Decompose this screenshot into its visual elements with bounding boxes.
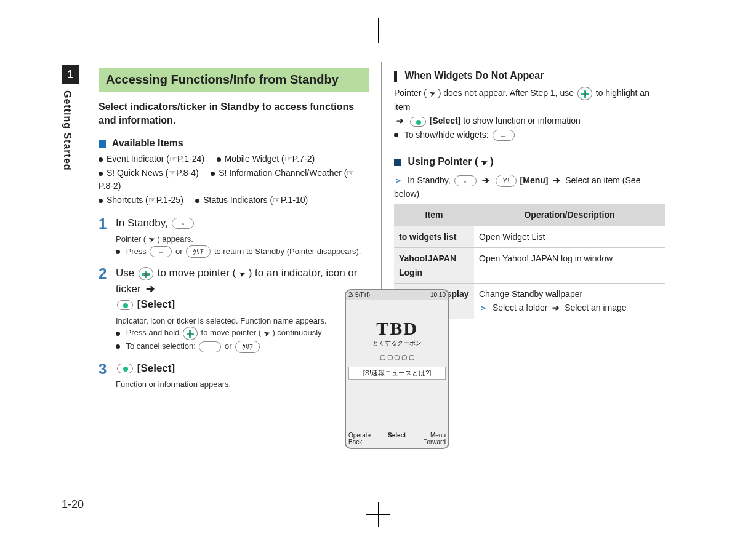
page-content: Accessing Functions/Info from Standby Se… bbox=[37, 62, 714, 404]
step-note: to move pointer ( bbox=[201, 328, 263, 338]
bullet-icon bbox=[195, 199, 199, 203]
softkey-center: Select bbox=[388, 432, 406, 445]
chevron-icon: ＞ bbox=[394, 175, 405, 185]
table-cell-desc: Open Yahoo! JAPAN log in window bbox=[474, 248, 665, 284]
list-item: Shortcuts (☞P.1-25) bbox=[107, 195, 183, 205]
phone-ticker: [S!速報ニュースとは?] bbox=[348, 367, 446, 380]
menu-label: [Menu] bbox=[520, 175, 549, 185]
crop-mark-icon bbox=[366, 502, 390, 527]
center-key-icon bbox=[410, 117, 426, 127]
list-item: Event Indicator (☞P.1-24) bbox=[107, 154, 204, 164]
arrow-icon: ➔ bbox=[480, 175, 492, 185]
end-key-icon: ⏤ bbox=[493, 130, 515, 141]
pointer-icon: ➤ bbox=[147, 233, 157, 246]
box-heading: ) bbox=[490, 156, 493, 167]
bar-icon bbox=[394, 71, 397, 82]
pointer-icon: ➤ bbox=[427, 86, 438, 100]
box-text: to show function or information bbox=[463, 116, 581, 125]
step-number: 2 bbox=[99, 265, 116, 353]
bullet-icon bbox=[211, 172, 215, 176]
step-subtext: Function or information appears. bbox=[116, 378, 369, 391]
box-heading: When Widgets Do Not Appear bbox=[404, 70, 544, 81]
step-note: or bbox=[175, 247, 185, 256]
step-note: ) continuously bbox=[272, 328, 321, 338]
softkey-left-bottom: Back bbox=[348, 439, 362, 445]
available-items-heading: Available Items bbox=[99, 138, 369, 149]
step-text: In Standby, bbox=[116, 217, 171, 229]
dpad-key-icon bbox=[183, 327, 198, 340]
center-key-icon bbox=[117, 364, 133, 373]
phone-time: 10:10 bbox=[430, 292, 446, 298]
bullet-icon bbox=[116, 344, 120, 349]
bullet-icon bbox=[116, 250, 120, 254]
available-items-list: Event Indicator (☞P.1-24) Mobile Widget … bbox=[99, 153, 369, 207]
step-note: or bbox=[225, 341, 234, 351]
bullet-icon bbox=[99, 172, 103, 176]
table-cell-text: Select a folder bbox=[493, 303, 550, 312]
square-bullet-icon bbox=[99, 140, 106, 148]
center-key-icon bbox=[117, 300, 133, 310]
arrow-icon: ➔ bbox=[143, 283, 157, 295]
box-heading: Using Pointer ( bbox=[408, 156, 480, 167]
box-text: ) does not appear. After Step 1, use bbox=[438, 88, 576, 98]
bullet-icon bbox=[394, 133, 398, 137]
available-items-label: Available Items bbox=[112, 138, 183, 148]
left-column: Accessing Functions/Info from Standby Se… bbox=[86, 62, 382, 404]
table-cell-text: Change Standby wallpaper bbox=[479, 289, 582, 299]
table-cell-text: Select an image bbox=[565, 303, 626, 312]
step-text: to move pointer ( bbox=[158, 267, 239, 279]
table-cell-item: Yahoo!JAPAN Login bbox=[394, 248, 474, 284]
bullet-icon bbox=[99, 199, 103, 203]
step-subtext: Pointer ( bbox=[116, 234, 148, 244]
multi-selector-key-icon: ◦ bbox=[454, 175, 477, 186]
pointer-icon: ➤ bbox=[478, 156, 489, 170]
select-label: [Select] bbox=[430, 116, 461, 125]
arrow-icon: ➔ bbox=[550, 303, 562, 312]
yahoo-key-icon: Y! bbox=[496, 175, 516, 187]
box-text: In Standby, bbox=[408, 175, 453, 185]
softkey-left-top: Operate bbox=[348, 432, 371, 439]
phone-widget-row: ▢ ▢ ▢ ▢ ▢ bbox=[346, 354, 448, 360]
phone-widget-label: とくするクーポン bbox=[346, 339, 448, 348]
table-header-row: Item Operation/Description bbox=[394, 204, 665, 226]
clear-key-icon: ｸﾘｱ bbox=[235, 341, 260, 353]
select-label: [Select] bbox=[137, 362, 175, 374]
bullet-icon bbox=[99, 157, 103, 162]
dpad-key-icon bbox=[139, 267, 153, 280]
square-bullet-icon bbox=[394, 159, 401, 166]
phone-date: 2/ 5(Fri) bbox=[348, 292, 370, 298]
table-cell-item: to widgets list bbox=[394, 226, 474, 247]
step-subtext: Indicator, icon or ticker is selected. F… bbox=[116, 315, 369, 327]
bullet-icon bbox=[116, 332, 120, 336]
phone-tbd: TBD bbox=[346, 318, 448, 339]
softkey-right-bottom: Forward bbox=[423, 439, 446, 445]
table-row: Yahoo!JAPAN Login Open Yahoo! JAPAN log … bbox=[394, 248, 665, 284]
arrow-icon: ➔ bbox=[550, 175, 563, 185]
table-row: to widgets list Open Widget List bbox=[394, 226, 665, 247]
dpad-key-icon bbox=[577, 87, 592, 100]
pointer-icon: ➤ bbox=[262, 326, 272, 340]
box-note: To show/hide widgets: bbox=[404, 130, 491, 140]
clear-key-icon: ｸﾘｱ bbox=[186, 245, 211, 258]
page-number: 1-20 bbox=[62, 498, 84, 511]
table-cell-desc: Change Standby wallpaper ＞ Select a fold… bbox=[474, 284, 665, 319]
widgets-not-appear-box: When Widgets Do Not Appear Pointer ( ➤ )… bbox=[394, 68, 665, 141]
step-subtext: ) appears. bbox=[157, 234, 193, 244]
phone-screenshot: 2/ 5(Fri) 10:10 TBD とくするクーポン ▢ ▢ ▢ ▢ ▢ [… bbox=[345, 289, 449, 449]
table-cell-desc: Open Widget List bbox=[474, 226, 665, 247]
select-label: [Select] bbox=[137, 298, 175, 310]
section-heading: Accessing Functions/Info from Standby bbox=[99, 68, 369, 92]
step-number: 1 bbox=[99, 215, 116, 258]
multi-selector-key-icon: ◦ bbox=[172, 218, 194, 229]
step-number: 3 bbox=[99, 360, 116, 391]
step-3: 3 [Select] Function or information appea… bbox=[99, 360, 369, 391]
box-text: Pointer ( bbox=[394, 88, 429, 98]
list-item: S! Quick News (☞P.8-4) bbox=[107, 168, 199, 178]
list-item: Status Indicators (☞P.1-10) bbox=[203, 195, 308, 205]
softkey-right-top: Menu bbox=[430, 432, 446, 439]
step-note: Press bbox=[126, 247, 149, 256]
table-header-desc: Operation/Description bbox=[474, 204, 665, 226]
step-note: to return to Standby (Pointer disappears… bbox=[214, 247, 361, 256]
step-note: Press and hold bbox=[126, 328, 182, 338]
step-1: 1 In Standby, ◦ Pointer ( ➤ ) appears. P… bbox=[99, 215, 369, 258]
